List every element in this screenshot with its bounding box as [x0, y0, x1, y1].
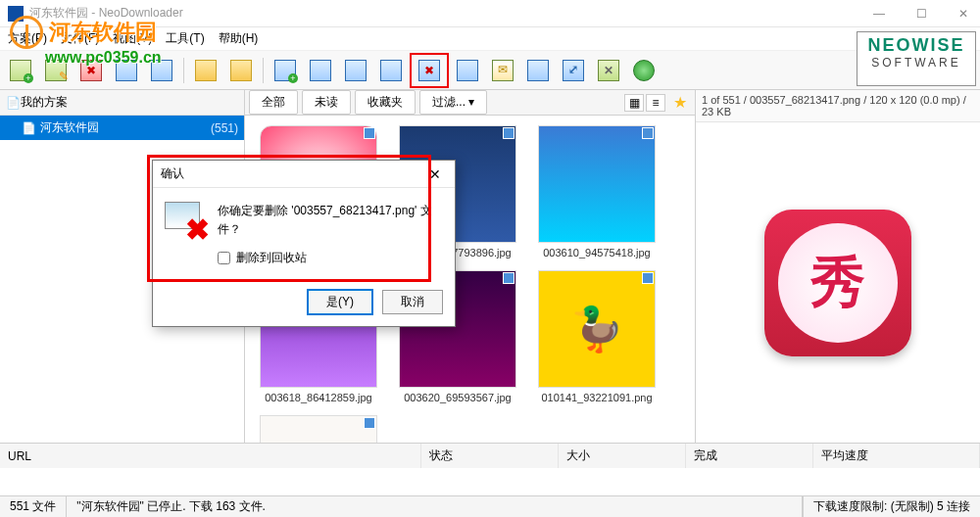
menu-tools[interactable]: 工具(T)	[166, 30, 204, 47]
menu-project[interactable]: 方案(P)	[8, 30, 47, 47]
filter-bar: 全部 未读 收藏夹 过滤... ▦ ≡ ★	[245, 90, 695, 116]
window-title: 河东软件园 - NeoDownloader	[29, 5, 183, 22]
col-url[interactable]: URL	[0, 444, 421, 468]
thumb-caption: 003610_94575418.jpg	[533, 247, 661, 258]
import-icon	[116, 60, 137, 81]
open-folder-button[interactable]	[189, 56, 222, 85]
image-view-icon	[345, 60, 367, 81]
globe-icon	[633, 60, 655, 81]
menu-help[interactable]: 帮助(H)	[219, 30, 259, 47]
image-add-button[interactable]	[269, 56, 302, 85]
expand-icon	[563, 60, 584, 81]
thumbnail-item[interactable]: 003610_94575418.jpg	[533, 125, 661, 258]
sidebar-header: 📄 我的方案	[0, 90, 244, 116]
image-delete-icon	[418, 60, 440, 81]
delete-icon	[80, 60, 102, 81]
image-save-icon	[457, 60, 478, 81]
email-button[interactable]	[486, 56, 519, 85]
fullscreen-button[interactable]	[557, 56, 590, 85]
project-name: 河东软件园	[40, 119, 207, 136]
brand-line2: SOFTWARE	[860, 56, 972, 70]
filter-all[interactable]: 全部	[249, 90, 298, 115]
import-button[interactable]	[110, 56, 143, 85]
add-icon	[10, 60, 31, 81]
toolbar	[0, 51, 980, 90]
folder-up-icon	[230, 60, 252, 81]
delete-file-icon: ✖	[165, 202, 206, 243]
folder-icon	[195, 60, 217, 81]
thumb-caption: 003618_86412859.jpg	[255, 392, 382, 403]
separator	[263, 58, 264, 83]
preview-pane: 1 of 551 / 003557_68213417.png / 120 x 1…	[696, 90, 980, 443]
copy-icon	[527, 60, 549, 81]
maximize-button[interactable]: ☐	[912, 7, 931, 21]
dialog-close-button[interactable]: ✕	[423, 166, 447, 182]
project-tree-item[interactable]: 📄 河东软件园 (551)	[0, 116, 244, 140]
status-bar: 551 文件 "河东软件园" 已停止. 下载 163 文件. 下载速度限制: (…	[0, 495, 980, 517]
pencil-icon	[45, 60, 67, 81]
minimize-button[interactable]: —	[869, 7, 889, 21]
recycle-bin-label: 删除到回收站	[236, 249, 307, 267]
title-bar: 河东软件园 - NeoDownloader — ☐ ✕	[0, 0, 980, 27]
col-size[interactable]: 大小	[559, 444, 686, 468]
settings-button[interactable]	[592, 56, 625, 85]
thumbnail-item[interactable]: 084351_28312100.jpg	[255, 415, 382, 443]
favorite-star-icon[interactable]: ★	[673, 93, 687, 112]
filter-custom[interactable]: 过滤...	[419, 90, 487, 115]
brand-badge: NEOWISE SOFTWARE	[857, 31, 976, 86]
browse-up-button[interactable]	[224, 56, 258, 85]
separator	[183, 58, 184, 83]
image-prev-button[interactable]	[304, 56, 337, 85]
close-button[interactable]: ✕	[955, 7, 972, 21]
status-file-count: 551 文件	[0, 496, 67, 517]
export-icon	[151, 60, 172, 81]
dialog-title: 确认	[161, 165, 184, 182]
preview-image: 秀	[696, 122, 980, 443]
project-count: (551)	[211, 121, 238, 135]
highlight-annotation	[410, 53, 449, 88]
recycle-bin-checkbox[interactable]: 删除到回收站	[218, 249, 443, 267]
thumb-caption: 003620_69593567.jpg	[394, 392, 521, 403]
thumbnail-item[interactable]: 🦆010141_93221091.png	[533, 270, 661, 403]
filter-unread[interactable]: 未读	[302, 90, 351, 115]
tools-icon	[598, 60, 619, 81]
image-view-button[interactable]	[339, 56, 372, 85]
web-button[interactable]	[627, 56, 661, 85]
image-add-icon	[274, 60, 296, 81]
image-refresh-icon	[380, 60, 402, 81]
col-speed[interactable]: 平均速度	[813, 444, 980, 468]
menu-file[interactable]: 文件(F)	[61, 30, 99, 47]
xiu-badge-icon: 秀	[764, 210, 911, 356]
dialog-titlebar[interactable]: 确认 ✕	[153, 161, 455, 188]
mail-icon	[492, 60, 514, 81]
image-prev-icon	[310, 60, 331, 81]
delete-project-button[interactable]	[74, 56, 108, 85]
sidebar-title: 我的方案	[21, 94, 68, 111]
col-done[interactable]: 完成	[686, 444, 813, 468]
app-icon	[8, 6, 24, 22]
confirm-dialog: 确认 ✕ ✖ 你确定要删除 '003557_68213417.png' 文件？ …	[152, 160, 456, 327]
view-list-button[interactable]: ≡	[646, 94, 665, 112]
status-speed-limit: 下载速度限制: (无限制) 5 连接	[803, 496, 980, 517]
doc-icon: 📄	[22, 121, 36, 135]
image-save-button[interactable]	[451, 56, 484, 85]
add-project-button[interactable]	[4, 56, 37, 85]
image-refresh-button[interactable]	[374, 56, 408, 85]
filter-favorites[interactable]: 收藏夹	[355, 90, 416, 115]
project-root-icon: 📄	[6, 96, 21, 110]
recycle-bin-input[interactable]	[218, 252, 230, 264]
brand-line1: NEOWISE	[860, 35, 972, 56]
thumb-caption: 010141_93221091.png	[533, 392, 661, 403]
export-button[interactable]	[145, 56, 178, 85]
col-status[interactable]: 状态	[421, 444, 559, 468]
edit-project-button[interactable]	[39, 56, 73, 85]
dialog-message: 你确定要删除 '003557_68213417.png' 文件？	[218, 202, 443, 239]
yes-button[interactable]: 是(Y)	[308, 290, 372, 314]
image-delete-button[interactable]	[413, 56, 446, 85]
copy-button[interactable]	[521, 56, 555, 85]
menu-bar: 方案(P) 文件(F) 视图(V) 工具(T) 帮助(H)	[0, 27, 980, 51]
preview-info: 1 of 551 / 003557_68213417.png / 120 x 1…	[696, 90, 980, 122]
cancel-button[interactable]: 取消	[382, 290, 443, 314]
view-thumbs-button[interactable]: ▦	[624, 94, 644, 112]
menu-view[interactable]: 视图(V)	[113, 30, 152, 47]
